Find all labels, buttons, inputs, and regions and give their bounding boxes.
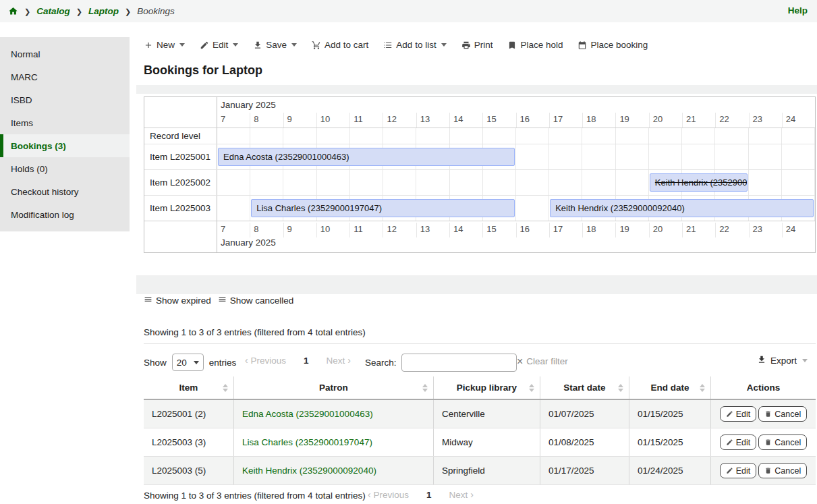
save-button[interactable]: Save: [253, 40, 297, 50]
previous-button[interactable]: ‹ Previous: [245, 355, 286, 366]
sidebar-item-holds-0[interactable]: Holds (0): [0, 157, 130, 180]
export-icon: [757, 355, 766, 364]
timeline-day-label: 18: [582, 223, 615, 237]
booking-bar[interactable]: Edna Acosta (23529001000463): [218, 148, 515, 166]
patron-link[interactable]: Edna Acosta (23529001000463): [242, 409, 373, 419]
home-icon: [8, 6, 18, 16]
list-icon: [383, 40, 393, 50]
timeline-row: Record level: [144, 128, 815, 144]
column-header-actions: Actions: [710, 376, 816, 399]
item-cell: L2025003 (5): [144, 457, 233, 484]
timeline-days-bottom: 789101112131415161718192021222324: [217, 223, 815, 237]
trash-icon: [764, 467, 772, 474]
item-cell: L2025001 (2): [144, 400, 233, 428]
export-button[interactable]: Export: [757, 355, 808, 366]
pencil-icon: [726, 410, 733, 418]
column-header-start-date[interactable]: Start date: [540, 376, 629, 399]
breadcrumb-item-laptop[interactable]: Laptop: [88, 6, 119, 16]
booking-bar[interactable]: Keith Hendrix (23529000092040): [550, 199, 814, 217]
timeline-row-label: Item L2025002: [144, 170, 217, 195]
print-button[interactable]: Print: [461, 40, 493, 50]
sidebar-item-isbd[interactable]: ISBD: [0, 88, 130, 111]
calendar-icon: [577, 40, 587, 50]
timeline-row: Item L2025001Edna Acosta (23529001000463…: [144, 144, 815, 170]
entries-select[interactable]: 20: [172, 354, 204, 371]
section-divider: [136, 85, 817, 94]
breadcrumb-item-bookings: Bookings: [137, 6, 175, 16]
timeline-day-label: 15: [482, 223, 515, 237]
bookmark-icon: [507, 40, 517, 50]
sort-icon: [700, 384, 705, 392]
chevron-down-icon: [291, 43, 297, 47]
page-number[interactable]: 1: [426, 490, 432, 500]
previous-button[interactable]: ‹ Previous: [368, 489, 409, 500]
actions-cell: EditCancel: [710, 428, 816, 456]
search-input[interactable]: [401, 354, 517, 372]
timeline-day-label: 21: [682, 113, 715, 128]
bookings-table: ItemPatronPickup libraryStart dateEnd da…: [144, 376, 816, 485]
sidebar-item-modification-log[interactable]: Modification log: [0, 203, 130, 226]
close-icon: ×: [517, 357, 523, 366]
timeline-day-label: 23: [749, 223, 782, 237]
cancel-booking-button[interactable]: Cancel: [758, 463, 807, 478]
timeline-day-label: 15: [482, 113, 515, 128]
show-cancelled-button[interactable]: Show cancelled: [218, 295, 294, 306]
cancel-booking-button[interactable]: Cancel: [758, 406, 807, 422]
patron-link[interactable]: Lisa Charles (23529000197047): [242, 437, 372, 447]
clear-filter-button[interactable]: × Clear filter: [517, 356, 568, 366]
add-to-list-button[interactable]: Add to list: [383, 40, 446, 50]
edit-booking-button[interactable]: Edit: [720, 435, 757, 450]
column-header-pickup-library[interactable]: Pickup library: [433, 376, 540, 399]
timeline-filters: Show expired Show cancelled: [144, 295, 293, 306]
cancel-booking-button[interactable]: Cancel: [758, 435, 807, 450]
show-expired-button[interactable]: Show expired: [144, 295, 211, 306]
pickup-library-cell: Midway: [433, 428, 540, 456]
timeline-day-label: 14: [449, 223, 482, 237]
breadcrumb-item-catalog[interactable]: Catalog: [36, 6, 70, 16]
page-title: Bookings for Laptop: [144, 63, 262, 78]
page-number[interactable]: 1: [304, 356, 309, 366]
show-label: Show: [144, 358, 167, 368]
actions-cell: EditCancel: [710, 400, 816, 428]
sidebar-item-normal[interactable]: Normal: [0, 43, 130, 65]
next-button[interactable]: Next ›: [449, 489, 474, 500]
timeline-day-label: 19: [615, 113, 648, 128]
timeline-row-label: Item L2025003: [144, 196, 217, 221]
timeline-row-label: Item L2025001: [144, 144, 217, 169]
timeline-day-label: 24: [782, 113, 815, 128]
patron-link[interactable]: Keith Hendrix (23529000092040): [242, 466, 376, 476]
column-header-patron[interactable]: Patron: [233, 376, 433, 399]
booking-bar[interactable]: Lisa Charles (23529000197047): [251, 199, 515, 217]
table-summary-top: Showing 1 to 3 of 3 entries (filtered fr…: [144, 327, 366, 337]
timeline-day-label: 7: [217, 113, 250, 128]
pagination-top: ‹ Previous 1 Next ›: [245, 355, 351, 366]
timeline-day-label: 12: [383, 223, 416, 237]
edit-button[interactable]: Edit: [200, 40, 238, 50]
bookings-page: ❯Catalog❯Laptop❯Bookings Help NormalMARC…: [0, 0, 817, 504]
help-link[interactable]: Help: [788, 5, 808, 16]
table-controls: Show 20 entries ‹ Previous 1 Next › Sear…: [0, 351, 817, 371]
bars-icon: [144, 295, 152, 304]
sidebar-item-checkout-history[interactable]: Checkout history: [0, 180, 130, 203]
timeline-day-label: 10: [316, 113, 349, 128]
next-button[interactable]: Next ›: [327, 355, 351, 366]
trash-icon: [764, 410, 772, 418]
column-header-item[interactable]: Item: [144, 376, 233, 399]
place-booking-button[interactable]: Place booking: [577, 40, 648, 50]
column-header-end-date[interactable]: End date: [629, 376, 710, 399]
sidebar-item-bookings-3[interactable]: Bookings (3): [0, 134, 130, 157]
sidebar-item-marc[interactable]: MARC: [0, 65, 130, 88]
chevron-right-icon: ❯: [76, 7, 82, 16]
table-row: L2025001 (2)Edna Acosta (23529001000463)…: [144, 400, 816, 428]
sidebar-item-items[interactable]: Items: [0, 111, 130, 134]
home-icon[interactable]: [8, 6, 18, 16]
booking-bar-cancelled[interactable]: Keith Hendrix (23529000092040): [650, 173, 748, 192]
edit-booking-button[interactable]: Edit: [720, 463, 757, 478]
edit-booking-button[interactable]: Edit: [720, 406, 757, 422]
timeline-day-label: 20: [649, 223, 682, 237]
add-to-cart-button[interactable]: Add to cart: [312, 40, 368, 50]
table-row: L2025003 (5)Keith Hendrix (2352900009204…: [144, 457, 816, 485]
actions-cell: EditCancel: [710, 457, 816, 484]
new-button[interactable]: New: [144, 40, 185, 50]
place-hold-button[interactable]: Place hold: [507, 40, 563, 50]
